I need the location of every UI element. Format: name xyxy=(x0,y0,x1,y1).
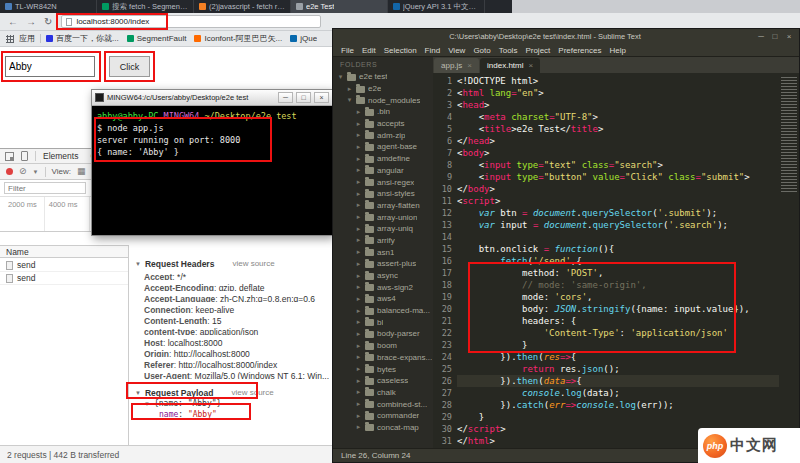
disclosure-arrow-icon[interactable]: ▸ xyxy=(355,388,362,396)
folder-tree-item[interactable]: ▸ caseless xyxy=(333,375,433,387)
payload-object-row[interactable]: ▼ {name: "Abby"} xyxy=(135,398,332,409)
disclosure-arrow-icon[interactable]: ▸ xyxy=(355,412,362,420)
code-editor[interactable]: <!DOCTYPE html><html lang="en"><head> <m… xyxy=(457,73,779,448)
menu-item[interactable]: Find xyxy=(421,46,445,55)
browser-tab[interactable]: e2e Test xyxy=(291,0,388,13)
disclosure-arrow-icon[interactable]: ▸ xyxy=(355,342,362,350)
disclosure-arrow-icon[interactable]: ▸ xyxy=(355,423,362,431)
view-source-link[interactable]: view source xyxy=(231,388,273,397)
folder-tree-item[interactable]: ▸ ansi-regex xyxy=(333,176,433,188)
menu-item[interactable]: File xyxy=(337,46,358,55)
disclosure-arrow-icon[interactable]: ▸ xyxy=(355,155,362,163)
request-headers-section[interactable]: ▼ Request Headers view source xyxy=(135,258,332,269)
disclosure-icon[interactable]: ▼ xyxy=(135,261,141,267)
disclosure-arrow-icon[interactable]: ▸ xyxy=(355,213,362,221)
terminal-title-bar[interactable]: MINGW64:/c/Users/abby/Desktop/e2e test ─… xyxy=(92,90,332,106)
disclosure-arrow-icon[interactable]: ▸ xyxy=(355,272,362,280)
folder-tree-item[interactable]: ▸ accepts xyxy=(333,118,433,130)
disclosure-arrow-icon[interactable]: ▸ xyxy=(346,85,353,93)
disclosure-arrow-icon[interactable]: ▸ xyxy=(355,143,362,151)
clear-icon[interactable]: ⊘ xyxy=(19,167,27,176)
disclosure-arrow-icon[interactable]: ▸ xyxy=(355,353,362,361)
tab-close-icon[interactable]: × xyxy=(529,61,534,70)
maximize-button[interactable]: □ xyxy=(296,92,311,103)
request-payload-section[interactable]: ▼ Request Payload view source xyxy=(135,387,332,398)
apps-grid-icon[interactable] xyxy=(6,35,14,43)
folder-tree-item[interactable]: ▸ chalk xyxy=(333,387,433,399)
folder-tree-item[interactable]: ▸ agent-base xyxy=(333,141,433,153)
browser-tab[interactable]: jQuery API 3.1 中文文档... xyxy=(388,0,485,13)
folder-tree-item[interactable]: ▸ brace-expans... xyxy=(333,352,433,364)
address-bar[interactable]: localhost:8000/index xyxy=(61,15,321,28)
disclosure-icon[interactable]: ▼ xyxy=(144,401,150,407)
menu-item[interactable]: View xyxy=(444,46,469,55)
browser-tab[interactable]: 搜索 fetch - SegmentFa... xyxy=(97,0,194,13)
disclosure-arrow-icon[interactable]: ▸ xyxy=(355,318,362,326)
bookmark-item[interactable]: SegmentFault xyxy=(127,34,187,43)
request-row[interactable]: send xyxy=(0,259,128,272)
folder-tree-item[interactable]: ▸ .bin xyxy=(333,106,433,118)
disclosure-arrow-icon[interactable]: ▸ xyxy=(355,120,362,128)
minimize-button[interactable]: ─ xyxy=(278,92,293,103)
folder-tree-item[interactable]: ▸ combined-st... xyxy=(333,398,433,410)
menu-item[interactable]: Selection xyxy=(380,46,421,55)
menu-item[interactable]: Preferences xyxy=(554,46,605,55)
minimap[interactable] xyxy=(779,73,799,448)
disclosure-arrow-icon[interactable]: ▸ xyxy=(355,365,362,373)
click-button[interactable]: Click xyxy=(109,56,150,77)
sublime-title-bar[interactable]: C:\Users\abby\Desktop\e2e test\index.htm… xyxy=(333,29,799,44)
close-button[interactable]: × xyxy=(782,32,796,41)
browser-tab[interactable]: (2)javascript - fetch res... xyxy=(194,0,291,13)
bookmark-item[interactable]: jQue xyxy=(290,34,317,43)
editor-tab[interactable]: app.js × xyxy=(434,58,479,73)
menu-item[interactable]: Project xyxy=(521,46,554,55)
disclosure-arrow-icon[interactable]: ▸ xyxy=(355,283,362,291)
disclosure-arrow-icon[interactable]: ▸ xyxy=(355,260,362,268)
disclosure-arrow-icon[interactable]: ▸ xyxy=(355,330,362,338)
folder-tree-item[interactable]: ▸ arrify xyxy=(333,235,433,247)
disclosure-arrow-icon[interactable]: ▸ xyxy=(355,166,362,174)
name-input[interactable] xyxy=(5,56,95,77)
request-row[interactable]: send xyxy=(0,272,128,285)
grid-view-icon[interactable]: ▦ xyxy=(77,167,86,176)
editor-tab[interactable]: index.html × xyxy=(480,58,540,73)
folder-tree-item[interactable]: ▾ e2e test xyxy=(333,71,433,83)
bookmark-item[interactable]: Iconfont-阿里巴巴矢... xyxy=(194,33,282,44)
minimize-button[interactable]: ─ xyxy=(754,32,768,41)
folder-tree-item[interactable]: ▸ amdefine xyxy=(333,153,433,165)
folder-tree-item[interactable]: ▸ assert-plus xyxy=(333,258,433,270)
disclosure-arrow-icon[interactable]: ▾ xyxy=(337,73,344,81)
disclosure-arrow-icon[interactable]: ▸ xyxy=(355,377,362,385)
disclosure-arrow-icon[interactable]: ▸ xyxy=(355,236,362,244)
folder-tree-item[interactable]: ▸ commander xyxy=(333,410,433,422)
browser-tab[interactable]: TL-WR842N xyxy=(0,0,97,13)
disclosure-arrow-icon[interactable]: ▸ xyxy=(355,248,362,256)
disclosure-arrow-icon[interactable]: ▸ xyxy=(355,225,362,233)
terminal-output[interactable]: abby@abby-PC MINGW64 ~/Desktop/e2e test$… xyxy=(92,106,332,162)
filter-funnel-icon[interactable]: ▼ xyxy=(33,169,39,175)
folder-tree-item[interactable]: ▸ e2e xyxy=(333,83,433,95)
device-toolbar-icon[interactable] xyxy=(21,151,28,161)
folder-tree-item[interactable]: ▸ aws4 xyxy=(333,293,433,305)
folder-tree-item[interactable]: ▸ aws-sign2 xyxy=(333,281,433,293)
folder-tree-item[interactable]: ▸ array-uniq xyxy=(333,223,433,235)
bookmark-item[interactable]: 百度一下，你就... xyxy=(46,33,119,44)
maximize-button[interactable]: □ xyxy=(768,32,782,41)
disclosure-arrow-icon[interactable]: ▸ xyxy=(355,178,362,186)
disclosure-arrow-icon[interactable]: ▸ xyxy=(355,400,362,408)
menu-item[interactable]: Help xyxy=(605,46,629,55)
menu-item[interactable]: Edit xyxy=(358,46,380,55)
folder-tree-item[interactable]: ▸ bl xyxy=(333,316,433,328)
disclosure-arrow-icon[interactable]: ▸ xyxy=(355,295,362,303)
back-icon[interactable]: ← xyxy=(8,17,18,27)
view-source-link[interactable]: view source xyxy=(232,259,274,268)
tab-close-icon[interactable]: × xyxy=(467,61,472,70)
close-button[interactable]: × xyxy=(314,92,329,103)
folder-tree-item[interactable]: ▸ balanced-ma... xyxy=(333,305,433,317)
devtools-tab[interactable]: Elements xyxy=(43,151,78,161)
disclosure-arrow-icon[interactable]: ▸ xyxy=(355,307,362,315)
folder-tree-item[interactable]: ▸ array-union xyxy=(333,211,433,223)
disclosure-arrow-icon[interactable]: ▾ xyxy=(346,96,353,104)
folder-tree-item[interactable]: ▾ node_modules xyxy=(333,94,433,106)
apps-label[interactable]: 应用 xyxy=(19,33,35,44)
